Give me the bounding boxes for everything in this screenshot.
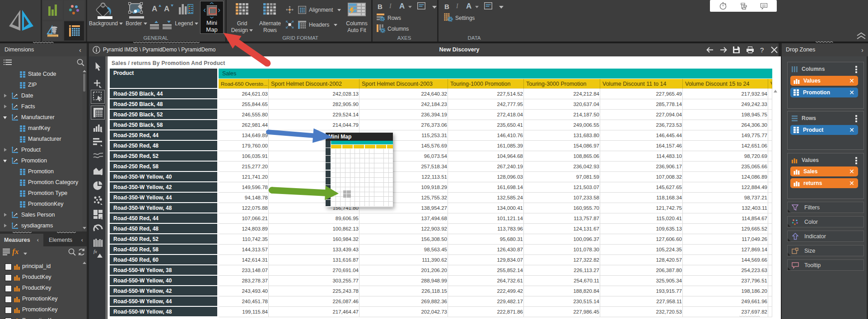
svg-text:?: ? (760, 46, 764, 54)
svg-text:fx: fx (93, 249, 97, 254)
